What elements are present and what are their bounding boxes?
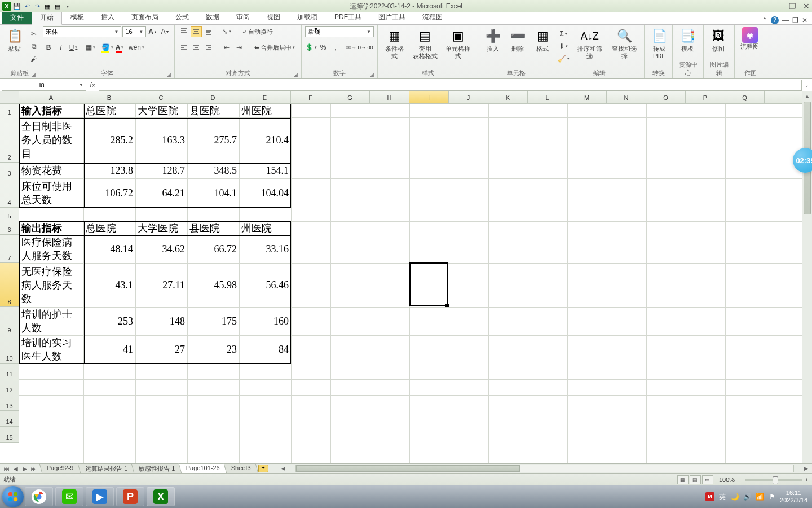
cut-icon[interactable]: ✂ <box>28 28 39 40</box>
copy-icon[interactable]: ⧉ <box>28 41 39 52</box>
cell[interactable]: 34.62 <box>135 235 187 263</box>
template-button[interactable]: 📑模板 <box>676 26 699 54</box>
fx-icon[interactable]: fx <box>86 81 99 89</box>
italic-button[interactable]: I <box>55 42 67 53</box>
cell[interactable]: 43.1 <box>83 263 135 307</box>
tab-home[interactable]: 开始 <box>32 11 62 25</box>
column-header[interactable]: I <box>409 91 449 103</box>
row-header[interactable]: 14 <box>0 411 19 427</box>
row-header[interactable]: 6 <box>0 221 19 235</box>
horizontal-scrollbar[interactable]: ◀ ▶ <box>280 465 810 472</box>
tray-flag-icon[interactable]: ⚑ <box>767 492 776 501</box>
cell[interactable]: 285.2 <box>83 117 135 163</box>
cell[interactable]: 154.1 <box>239 163 291 178</box>
sheet-tab[interactable]: Page101-26 <box>179 463 228 474</box>
tray-icon[interactable]: M <box>705 492 714 501</box>
name-box[interactable]: I8▼ <box>2 80 86 91</box>
sheet-tab[interactable]: 敏感性报告 1 <box>131 463 182 474</box>
insert-cells-button[interactable]: ➕插入 <box>482 26 504 54</box>
cell[interactable]: 163.3 <box>135 117 187 163</box>
column-header[interactable]: O <box>646 91 686 103</box>
close-button[interactable]: ✕ <box>803 2 810 11</box>
cell[interactable]: 33.16 <box>239 235 291 263</box>
row-header[interactable]: 13 <box>0 395 19 411</box>
page-break-view-icon[interactable]: ▭ <box>702 475 713 484</box>
row-header[interactable]: 1 <box>0 104 19 117</box>
sheet-tab[interactable]: Sheet3 <box>224 463 259 474</box>
hscroll-right-icon[interactable]: ▶ <box>802 466 810 471</box>
convert-pdf-button[interactable]: 📄转成 PDF <box>648 26 670 61</box>
sheet-tab[interactable]: 运算结果报告 1 <box>77 463 135 474</box>
cell[interactable]: 66.72 <box>187 235 239 263</box>
expand-formula-bar-icon[interactable]: ⌄ <box>802 82 812 88</box>
font-size-combo[interactable]: 16▼ <box>122 26 146 37</box>
column-header[interactable]: A <box>19 91 83 103</box>
tray-volume-icon[interactable]: 🔊 <box>743 492 752 501</box>
cell[interactable]: 大学医院 <box>135 221 187 235</box>
align-left-icon[interactable] <box>178 42 189 53</box>
cell[interactable]: 医疗保险病人服务天数 <box>19 235 83 263</box>
sheet-nav-next-icon[interactable]: ▶ <box>20 466 29 472</box>
zoom-out-icon[interactable]: − <box>738 476 742 483</box>
cell[interactable]: 输入指标 <box>19 104 83 117</box>
tab-file[interactable]: 文件 <box>2 11 32 24</box>
tray-moon-icon[interactable]: 🌙 <box>730 492 739 501</box>
hscroll-thumb[interactable] <box>296 465 520 472</box>
decrease-font-icon[interactable]: A▼ <box>160 26 171 37</box>
cell[interactable]: 床位可使用总天数 <box>19 178 83 208</box>
help-icon[interactable]: ? <box>771 16 779 24</box>
zoom-in-icon[interactable]: + <box>805 476 809 483</box>
cell[interactable]: 全日制非医务人员的数目 <box>19 117 83 163</box>
cell[interactable]: 大学医院 <box>135 104 187 117</box>
zoom-level[interactable]: 100% <box>719 476 735 483</box>
row-header[interactable]: 5 <box>0 208 19 221</box>
hscroll-left-icon[interactable]: ◀ <box>280 466 288 471</box>
underline-button[interactable]: U <box>68 42 79 53</box>
cell[interactable]: 104.1 <box>187 178 239 208</box>
column-header[interactable]: F <box>291 91 330 103</box>
merge-center-button[interactable]: ⬌合并后居中 <box>251 42 298 53</box>
column-header[interactable]: K <box>488 91 528 103</box>
formula-input[interactable] <box>99 80 802 91</box>
page-layout-view-icon[interactable]: ▤ <box>690 475 701 484</box>
tray-network-icon[interactable]: 📶 <box>755 492 764 501</box>
cell[interactable]: 无医疗保险病人服务天数 <box>19 263 83 307</box>
row-header[interactable]: 4 <box>0 178 19 208</box>
cell[interactable]: 160 <box>239 307 291 335</box>
scroll-up-icon[interactable]: ▲ <box>802 91 812 100</box>
comma-format-icon[interactable]: , <box>330 42 341 53</box>
sheet-nav-prev-icon[interactable]: ◀ <box>11 466 20 472</box>
cell[interactable]: 输出指标 <box>19 221 83 235</box>
cell[interactable]: 128.7 <box>135 163 187 178</box>
normal-view-icon[interactable]: ▦ <box>677 475 689 484</box>
dialog-launcher-icon[interactable]: ◢ <box>167 72 171 77</box>
column-header[interactable]: L <box>528 91 567 103</box>
row-header[interactable]: 2 <box>0 117 19 163</box>
cell[interactable]: 27 <box>135 335 187 364</box>
column-header[interactable]: D <box>187 91 239 103</box>
taskbar-powerpoint[interactable]: P <box>116 487 144 506</box>
taskbar-clock[interactable]: 16:112022/3/14 <box>780 489 807 504</box>
column-header[interactable]: H <box>370 91 409 103</box>
conditional-format-button[interactable]: ▦条件格式 <box>381 26 408 61</box>
fill-icon[interactable]: ⬇ <box>558 41 569 52</box>
align-right-icon[interactable] <box>203 42 214 53</box>
cell[interactable]: 总医院 <box>83 104 135 117</box>
format-painter-icon[interactable]: 🖌 <box>28 53 39 64</box>
borders-button[interactable]: ▦ <box>85 42 96 53</box>
qat-icon[interactable]: ▦ <box>43 2 52 11</box>
cells-grid[interactable]: 输入指标总医院大学医院县医院州医院全日制非医务人员的数目285.2163.327… <box>19 104 802 483</box>
sort-filter-button[interactable]: A↓Z排序和筛选 <box>573 26 606 61</box>
column-header[interactable]: G <box>330 91 370 103</box>
zoom-slider[interactable] <box>745 479 802 481</box>
cell[interactable]: 106.72 <box>83 178 135 208</box>
orientation-icon[interactable]: ⤡ <box>221 26 232 37</box>
cell[interactable]: 123.8 <box>83 163 135 178</box>
accounting-format-icon[interactable]: 💲 <box>305 42 316 53</box>
column-header[interactable]: P <box>686 91 725 103</box>
align-top-icon[interactable] <box>178 26 189 37</box>
qat-more-icon[interactable]: ▾ <box>63 2 72 11</box>
align-middle-icon[interactable] <box>191 26 202 37</box>
align-center-icon[interactable] <box>191 42 202 53</box>
new-sheet-button[interactable]: ✦ <box>258 465 268 472</box>
